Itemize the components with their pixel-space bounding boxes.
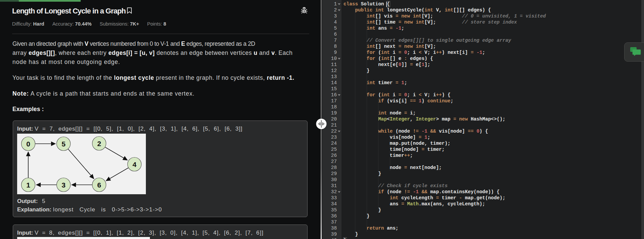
svg-text:0: 0 (26, 140, 30, 148)
svg-text:5: 5 (62, 140, 66, 148)
svg-text:2: 2 (97, 140, 101, 147)
svg-text:6: 6 (97, 181, 101, 189)
svg-text:1: 1 (26, 181, 30, 189)
svg-text:4: 4 (132, 161, 136, 168)
svg-text:3: 3 (62, 181, 66, 189)
